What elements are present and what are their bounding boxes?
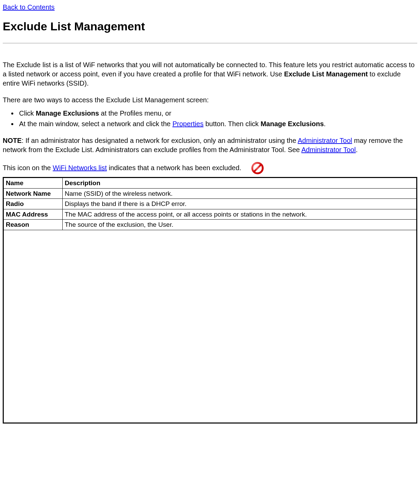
definitions-table-wrapper: Name Description Network Name Name (SSID… — [3, 177, 417, 424]
intro-paragraph-2: There are two ways to access the Exclude… — [3, 95, 417, 105]
cell-description: Displays the band if there is a DHCP err… — [63, 199, 417, 209]
table-row-empty — [3, 230, 417, 423]
note-label: NOTE — [3, 137, 22, 144]
table-row: Radio Displays the band if there is a DH… — [3, 199, 417, 209]
administrator-tool-link-2[interactable]: Administrator Tool — [301, 146, 356, 153]
cell-description: The source of the exclusion, the User. — [63, 220, 417, 230]
icon-text-b: indicates that a network has been exclud… — [107, 164, 242, 172]
bullet-bold: Manage Exclusions — [36, 109, 99, 117]
cell-name: Network Name — [3, 188, 63, 199]
table-header-row: Name Description — [3, 177, 417, 188]
table-row: MAC Address The MAC address of the acces… — [3, 209, 417, 220]
bullet-text: . — [324, 120, 326, 128]
icon-text-a: This icon on the — [3, 164, 53, 172]
intro-bold-1: Exclude List Management — [284, 70, 368, 78]
icon-description-row: This icon on the WiFi Networks list indi… — [3, 162, 417, 174]
note-text: . — [356, 146, 358, 153]
header-name: Name — [3, 177, 63, 188]
svg-line-1 — [254, 165, 261, 172]
bullet-bold: Manage Exclusions — [261, 120, 324, 128]
header-description: Description — [63, 177, 417, 188]
bullet-text: Click — [19, 109, 36, 117]
list-item: At the main window, select a network and… — [18, 119, 417, 129]
divider — [3, 43, 417, 43]
page-title: Exclude List Management — [3, 19, 417, 34]
icon-line-text: This icon on the WiFi Networks list indi… — [3, 163, 241, 173]
table-row: Network Name Name (SSID) of the wireless… — [3, 188, 417, 199]
note-paragraph: NOTE: If an administrator has designated… — [3, 136, 417, 154]
bullet-text: at the Profiles menu, or — [99, 109, 171, 117]
access-methods-list: Click Manage Exclusions at the Profiles … — [3, 109, 417, 129]
cell-name: Radio — [3, 199, 63, 209]
cell-name: Reason — [3, 220, 63, 230]
cell-description: Name (SSID) of the wireless network. — [63, 188, 417, 199]
intro-paragraph-1: The Exclude list is a list of WiF networ… — [3, 60, 417, 88]
wifi-networks-list-link[interactable]: WiFi Networks list — [53, 164, 107, 172]
cell-name: MAC Address — [3, 209, 63, 220]
cell-description: The MAC address of the access point, or … — [63, 209, 417, 220]
back-to-contents-link[interactable]: Back to Contents — [3, 3, 55, 11]
bullet-text: At the main window, select a network and… — [19, 120, 172, 128]
administrator-tool-link[interactable]: Administrator Tool — [298, 137, 352, 144]
exclude-icon — [251, 162, 264, 174]
table-row: Reason The source of the exclusion, the … — [3, 220, 417, 230]
list-item: Click Manage Exclusions at the Profiles … — [18, 109, 417, 118]
note-text: : If an administrator has designated a n… — [22, 137, 298, 144]
definitions-table: Name Description Network Name Name (SSID… — [3, 177, 417, 424]
bullet-text: button. Then click — [203, 120, 261, 128]
properties-link[interactable]: Properties — [172, 120, 203, 128]
